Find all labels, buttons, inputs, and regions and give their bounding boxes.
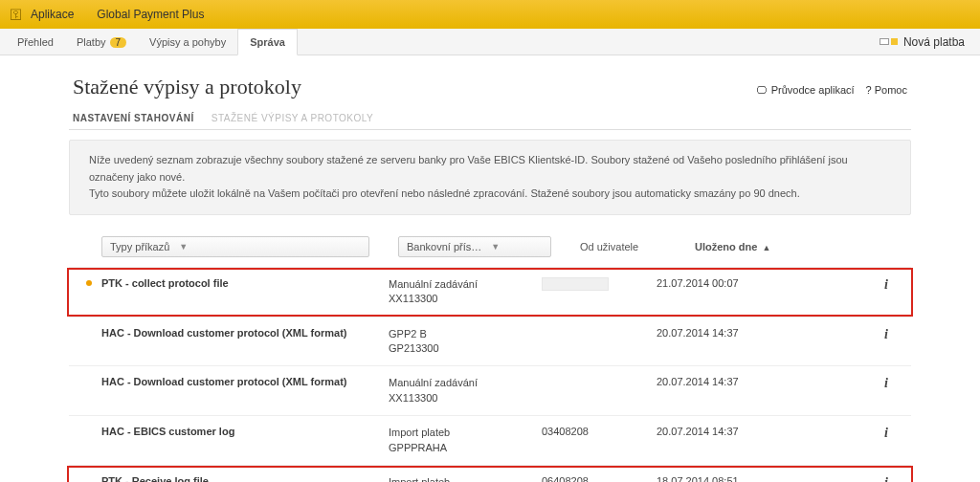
- row-source: Import platebGPPPRAHA: [389, 475, 542, 482]
- row-name: HAC - Download customer protocol (XML fo…: [101, 376, 389, 387]
- row-source: Manuální zadáváníXX113300: [389, 376, 542, 405]
- info-icon[interactable]: i: [884, 475, 894, 482]
- help-link[interactable]: ? Pomoc: [866, 84, 907, 96]
- subtab-nastaveni[interactable]: NASTAVENÍ STAHOVÁNÍ: [73, 113, 194, 123]
- row-name: PTK - Receive log file: [101, 475, 389, 482]
- chevron-down-icon: ▼: [179, 242, 188, 252]
- wizard-label: Průvodce aplikací: [771, 84, 855, 96]
- row-source: Import platebGPPPRAHA: [389, 426, 542, 455]
- col-header-user[interactable]: Od uživatele: [580, 241, 695, 252]
- tab-platby[interactable]: Platby 7: [65, 29, 138, 55]
- row-date: 18.07.2014 08:51: [657, 475, 781, 482]
- row-user: 03408208: [542, 426, 657, 437]
- user-placeholder: [542, 277, 609, 291]
- row-name: HAC - EBICS customer log: [101, 426, 389, 437]
- subtabs: NASTAVENÍ STAHOVÁNÍ STAŽENÉ VÝPISY A PRO…: [69, 113, 911, 130]
- table-row[interactable]: PTK - collect protocol fileManuální zadá…: [69, 268, 911, 318]
- filter-row: Typy příkazů ▼ Bankovní přís… ▼ Od uživa…: [69, 227, 911, 268]
- info-icon[interactable]: i: [884, 376, 894, 391]
- row-date: 20.07.2014 14:37: [657, 327, 781, 339]
- chevron-down-icon: ▼: [491, 242, 500, 252]
- tab-bar: Přehled Platby 7 Výpisy a pohyby Správa …: [0, 29, 980, 55]
- row-source: GPP2 BGP213300: [389, 327, 542, 357]
- sort-asc-icon: ▲: [762, 243, 770, 252]
- page-help: 🖵 Průvodce aplikací ? Pomoc: [756, 84, 907, 96]
- filter-banka-label: Bankovní přís…: [407, 241, 481, 252]
- filter-typy-dropdown[interactable]: Typy příkazů ▼: [101, 236, 369, 257]
- info-icon[interactable]: i: [884, 277, 894, 293]
- page-title: Stažené výpisy a protokoly: [73, 75, 301, 99]
- status-dot: [86, 428, 92, 434]
- status-dot: [86, 330, 92, 336]
- plus-icon: [891, 38, 898, 45]
- tab-sprava[interactable]: Správa: [237, 29, 298, 55]
- row-user: [542, 277, 657, 293]
- keyboard-icon: [880, 38, 889, 45]
- tab-prehled[interactable]: Přehled: [6, 29, 65, 55]
- col-date-label: Uloženo dne: [695, 241, 757, 252]
- table-row[interactable]: HAC - Download customer protocol (XML fo…: [69, 318, 911, 367]
- app-name-1[interactable]: Aplikace: [31, 8, 74, 21]
- table-body: PTK - collect protocol fileManuální zadá…: [69, 268, 911, 482]
- page-head: Stažené výpisy a protokoly 🖵 Průvodce ap…: [69, 75, 911, 99]
- monitor-icon: 🖵: [756, 84, 767, 96]
- filter-typy-label: Typy příkazů: [110, 241, 169, 252]
- key-icon: ⚿: [10, 7, 23, 22]
- page: Stažené výpisy a protokoly 🖵 Průvodce ap…: [69, 75, 911, 482]
- tab-platby-label: Platby: [77, 36, 106, 48]
- subtab-stazene[interactable]: STAŽENÉ VÝPISY A PROTOKOLY: [212, 113, 374, 123]
- app-name-2[interactable]: Global Payment Plus: [97, 8, 204, 21]
- topbar: ⚿ Aplikace Global Payment Plus: [0, 0, 980, 29]
- info-line-2: Tyto soubory můžete uložit lokálně na Va…: [89, 186, 891, 203]
- platby-badge: 7: [110, 37, 127, 48]
- info-box: Níže uvedený seznam zobrazuje všechny so…: [69, 140, 911, 215]
- nova-platba-button[interactable]: Nová platba: [880, 29, 974, 55]
- wizard-link[interactable]: 🖵 Průvodce aplikací: [756, 84, 855, 96]
- info-line-1: Níže uvedený seznam zobrazuje všechny so…: [89, 152, 891, 186]
- row-date: 20.07.2014 14:37: [657, 376, 781, 387]
- row-user: 06408208: [542, 475, 657, 482]
- row-date: 20.07.2014 14:37: [657, 426, 781, 437]
- status-dot: [86, 478, 92, 482]
- table-row[interactable]: HAC - EBICS customer logImport platebGPP…: [69, 416, 911, 466]
- status-dot: [86, 280, 92, 286]
- row-source: Manuální zadáváníXX113300: [389, 277, 542, 307]
- info-icon[interactable]: i: [884, 327, 894, 342]
- row-date: 21.07.2014 00:07: [657, 277, 781, 289]
- row-name: PTK - collect protocol file: [101, 277, 389, 289]
- table-row[interactable]: PTK - Receive log fileImport platebGPPPR…: [69, 466, 911, 482]
- nova-platba-label: Nová platba: [903, 35, 965, 49]
- content: Stažené výpisy a protokoly 🖵 Průvodce ap…: [0, 55, 980, 482]
- filter-banka-dropdown[interactable]: Bankovní přís… ▼: [398, 236, 551, 257]
- col-header-date[interactable]: Uloženo dne ▲: [695, 241, 848, 252]
- row-name: HAC - Download customer protocol (XML fo…: [101, 327, 389, 339]
- tab-vypisy[interactable]: Výpisy a pohyby: [138, 29, 237, 55]
- status-dot: [86, 379, 92, 384]
- info-icon[interactable]: i: [884, 426, 894, 441]
- table-row[interactable]: HAC - Download customer protocol (XML fo…: [69, 366, 911, 416]
